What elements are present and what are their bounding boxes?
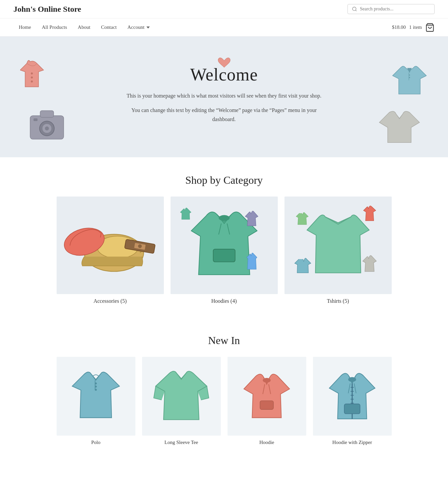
- category-card-tshirts[interactable]: Tshirts (5): [284, 197, 392, 304]
- product-img-hoodie-with-zipper: [313, 357, 392, 436]
- hero-deco-bottom-left: [27, 106, 67, 144]
- category-img-hoodies: [171, 197, 278, 294]
- hero-deco-bottom-right: [378, 109, 421, 147]
- product-label-long-sleeve-tee: Long Sleeve Tee: [142, 440, 221, 445]
- site-title[interactable]: John's Online Store: [13, 5, 81, 14]
- product-label-hoodie-with-zipper: Hoodie with Zipper: [313, 440, 392, 445]
- category-img-tshirts: [284, 197, 392, 294]
- category-label-accessories: Accessories (5): [57, 298, 164, 304]
- main-nav: Home All Products About Contact Account …: [0, 18, 448, 37]
- svg-rect-22: [213, 249, 235, 262]
- category-card-hoodies[interactable]: Hoodies (4): [171, 197, 278, 304]
- svg-point-21: [218, 215, 230, 221]
- nav-item-home[interactable]: Home: [13, 18, 37, 36]
- nav-item-account[interactable]: Account: [122, 18, 155, 36]
- svg-rect-30: [260, 401, 273, 410]
- svg-point-27: [95, 386, 97, 388]
- category-label-tshirts: Tshirts (5): [284, 298, 392, 304]
- categories-grid: Accessories (5): [57, 197, 392, 304]
- nav-item-about[interactable]: About: [72, 18, 96, 36]
- product-label-polo: Polo: [57, 440, 135, 445]
- search-bar[interactable]: [347, 4, 435, 14]
- hero-text-2: You can change this text by editing the …: [120, 106, 328, 124]
- product-label-hoodie: Hoodie: [228, 440, 306, 445]
- cart-item-count: 1 item: [409, 24, 422, 30]
- hero-banner: Welcome This is your homepage which is w…: [0, 37, 448, 157]
- nav-item-all-products[interactable]: All Products: [37, 18, 72, 36]
- svg-rect-14: [34, 118, 38, 121]
- hero-content: Welcome This is your homepage which is w…: [120, 65, 328, 129]
- product-img-hoodie: [228, 357, 306, 436]
- svg-point-28: [95, 389, 97, 391]
- svg-point-3: [31, 72, 33, 74]
- svg-point-0: [353, 7, 356, 11]
- nav-item-contact[interactable]: Contact: [96, 18, 122, 36]
- products-grid: Polo Long Sleeve Tee: [57, 357, 392, 445]
- hero-title: Welcome: [120, 65, 328, 85]
- site-header: John's Online Store: [0, 0, 448, 18]
- svg-rect-10: [40, 111, 54, 117]
- newin-section: New In Polo: [0, 334, 448, 465]
- product-card-long-sleeve-tee[interactable]: Long Sleeve Tee: [142, 357, 221, 445]
- svg-point-4: [31, 76, 33, 78]
- categories-section: Shop by Category: [0, 174, 448, 318]
- svg-point-8: [409, 77, 410, 78]
- product-card-hoodie[interactable]: Hoodie: [228, 357, 306, 445]
- search-input[interactable]: [360, 6, 430, 12]
- product-img-long-sleeve-tee: [142, 357, 221, 436]
- svg-point-13: [45, 126, 49, 130]
- hero-deco-top-right: [391, 63, 428, 102]
- product-img-polo: [57, 357, 135, 436]
- svg-line-1: [356, 10, 357, 11]
- chevron-down-icon: [146, 26, 150, 29]
- cart-price: $18.00: [392, 24, 406, 30]
- svg-rect-40: [344, 404, 360, 414]
- svg-point-29: [263, 378, 271, 383]
- svg-point-26: [95, 383, 97, 385]
- categories-title: Shop by Category: [13, 174, 435, 186]
- cart-summary[interactable]: $18.00 1 item: [392, 23, 435, 32]
- newin-title: New In: [13, 334, 435, 347]
- hero-text-1: This is your homepage which is what most…: [120, 91, 328, 100]
- search-icon: [352, 6, 357, 12]
- cart-icon: [425, 23, 435, 32]
- product-card-hoodie-with-zipper[interactable]: Hoodie with Zipper: [313, 357, 392, 445]
- category-img-accessories: [57, 197, 164, 294]
- svg-point-33: [348, 377, 356, 382]
- category-label-hoodies: Hoodies (4): [171, 298, 278, 304]
- svg-point-5: [31, 80, 33, 82]
- svg-point-7: [409, 74, 410, 76]
- hero-deco-top-left: [20, 57, 60, 92]
- category-card-accessories[interactable]: Accessories (5): [57, 197, 164, 304]
- product-card-polo[interactable]: Polo: [57, 357, 135, 445]
